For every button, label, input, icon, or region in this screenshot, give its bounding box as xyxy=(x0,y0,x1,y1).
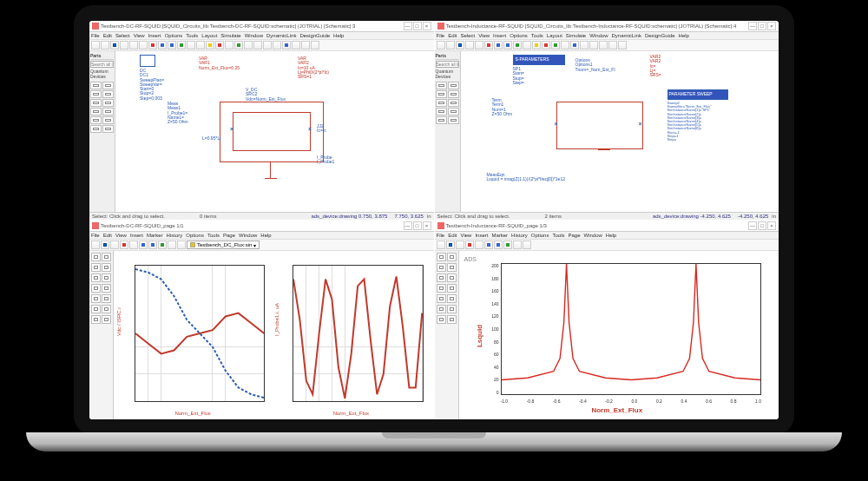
list-plot-icon[interactable] xyxy=(437,273,446,282)
polar-plot-icon[interactable] xyxy=(102,253,111,261)
menu-layout[interactable]: Layout xyxy=(547,33,562,38)
plot-lsquid[interactable]: Lsquid Norm_Ext_Flux -1.0-0.8-0.6-0.4-0.… xyxy=(461,254,774,418)
menu-help[interactable]: Help xyxy=(333,33,344,38)
rotate-icon[interactable] xyxy=(570,41,579,49)
menu-dynamiclink[interactable]: DynamicLink xyxy=(266,33,296,38)
squid-loop[interactable] xyxy=(556,102,643,149)
schematic-canvas[interactable]: DC DC1 SweepPlan= SweepVar= Start=0 Stop… xyxy=(115,51,434,212)
save-icon[interactable] xyxy=(446,240,455,249)
delete-icon[interactable] xyxy=(484,41,493,49)
zoom-fit-icon[interactable] xyxy=(503,240,512,249)
ground-icon[interactable] xyxy=(532,41,541,49)
minimize-button[interactable]: — xyxy=(404,22,412,30)
menu-edit[interactable]: Edit xyxy=(103,33,112,38)
zoom-out-icon[interactable] xyxy=(168,41,176,49)
menu-window[interactable]: Window xyxy=(584,233,602,238)
term-text[interactable]: Term Term1 Num=1 Z=50 Ohm xyxy=(492,98,513,116)
part-jj[interactable] xyxy=(90,82,102,89)
parts-search-input[interactable] xyxy=(90,61,114,68)
close-button[interactable]: × xyxy=(767,221,776,230)
zoom-out-icon[interactable] xyxy=(494,240,503,249)
text-icon[interactable] xyxy=(447,284,457,293)
menu-page[interactable]: Page xyxy=(223,233,235,238)
circle-icon[interactable] xyxy=(437,305,446,313)
measeqn-text[interactable]: MeasEqn Lsquid = imag(Z(1,1))/(2*pi*freq… xyxy=(487,173,565,182)
menu-marker[interactable]: Marker xyxy=(147,233,163,238)
part-cap[interactable] xyxy=(90,90,102,98)
zoom-out-icon[interactable] xyxy=(503,41,512,49)
menu-insert[interactable]: Insert xyxy=(493,33,506,38)
list-plot-icon[interactable] xyxy=(91,273,101,282)
mirror-icon[interactable] xyxy=(580,41,589,49)
deactivate-icon[interactable] xyxy=(273,41,281,49)
menu-help[interactable]: Help xyxy=(679,33,689,38)
meas-text[interactable]: Meas Meas1 I_Probe1= Name1= Z=50 Ohm xyxy=(168,102,188,124)
rect-plot-icon[interactable] xyxy=(91,253,101,261)
maximize-button[interactable]: □ xyxy=(413,221,422,230)
maximize-button[interactable]: □ xyxy=(413,22,422,30)
maximize-button[interactable]: □ xyxy=(758,22,766,30)
menu-page[interactable]: Page xyxy=(568,233,580,238)
zoom-fit-icon[interactable] xyxy=(158,240,167,249)
menu-window[interactable]: Window xyxy=(589,33,608,38)
menu-options[interactable]: Options xyxy=(165,33,183,38)
new-icon[interactable] xyxy=(91,41,100,49)
menu-options[interactable]: Options xyxy=(186,233,204,238)
tune-icon[interactable] xyxy=(561,41,569,49)
delete-icon[interactable] xyxy=(120,240,128,249)
zoom-in-icon[interactable] xyxy=(139,240,148,249)
part-sweep[interactable] xyxy=(436,116,447,124)
close-button[interactable]: × xyxy=(423,221,431,230)
misc1-icon[interactable] xyxy=(608,41,617,49)
menu-designguide[interactable]: DesignGuide xyxy=(299,33,330,38)
smith-plot-icon[interactable] xyxy=(437,263,446,272)
part-probe[interactable] xyxy=(102,108,114,115)
eqn-icon[interactable] xyxy=(437,284,446,293)
zoom-in-icon[interactable] xyxy=(494,41,503,49)
var-text[interactable]: VAR2 VAR2 Ic= Lj= SRS= xyxy=(650,55,661,77)
save-icon[interactable] xyxy=(456,41,464,49)
part-jj[interactable] xyxy=(436,82,447,89)
undo-icon[interactable] xyxy=(475,240,483,249)
delete-icon[interactable] xyxy=(148,41,157,49)
zoom-fit-icon[interactable] xyxy=(177,41,186,49)
menu-marker[interactable]: Marker xyxy=(491,233,508,238)
name-icon[interactable] xyxy=(225,41,233,49)
menu-tools[interactable]: Tools xyxy=(531,33,543,38)
library-icon[interactable] xyxy=(301,41,310,49)
opts-text[interactable]: Options Options1 Tnom=_Num_Ext_Fl xyxy=(575,58,615,72)
src-text[interactable]: V_DC SRC2 Vdc=Norm_Ext_Flux xyxy=(246,88,286,102)
part-inductor[interactable] xyxy=(102,82,114,89)
stack-plot-icon[interactable] xyxy=(102,263,111,272)
menu-view[interactable]: View xyxy=(461,233,472,238)
new-icon[interactable] xyxy=(437,41,445,49)
marker-icon[interactable] xyxy=(102,315,111,324)
menu-history[interactable]: History xyxy=(511,233,528,238)
part-eqn[interactable] xyxy=(102,125,114,133)
marker-icon[interactable] xyxy=(447,315,457,324)
menu-simulate[interactable]: Simulate xyxy=(220,33,240,38)
simulate-icon[interactable] xyxy=(551,41,560,49)
antenna-plot-icon[interactable] xyxy=(447,273,457,282)
menu-options[interactable]: Options xyxy=(531,233,549,238)
parts-category[interactable]: Quantum Devices xyxy=(436,69,459,79)
wire-icon[interactable] xyxy=(196,41,205,49)
line-icon[interactable] xyxy=(437,294,446,303)
menu-view[interactable]: View xyxy=(134,33,145,38)
menu-view[interactable]: View xyxy=(115,233,127,238)
dc-sim-block[interactable] xyxy=(140,55,155,67)
menu-select[interactable]: Select xyxy=(115,33,130,38)
part-source[interactable] xyxy=(90,99,102,107)
part-res[interactable] xyxy=(102,90,114,98)
eqn-icon[interactable] xyxy=(91,284,101,293)
pan-icon[interactable] xyxy=(187,41,195,49)
redo-icon[interactable] xyxy=(475,41,483,49)
menu-insert[interactable]: Insert xyxy=(148,33,161,38)
rect-icon[interactable] xyxy=(102,294,111,303)
smith-plot-icon[interactable] xyxy=(91,263,101,272)
poly-icon[interactable] xyxy=(102,305,111,313)
next-page-icon[interactable] xyxy=(523,240,531,249)
part-inductor[interactable] xyxy=(448,82,459,89)
new-icon[interactable] xyxy=(91,240,100,249)
text-icon[interactable] xyxy=(102,284,111,293)
